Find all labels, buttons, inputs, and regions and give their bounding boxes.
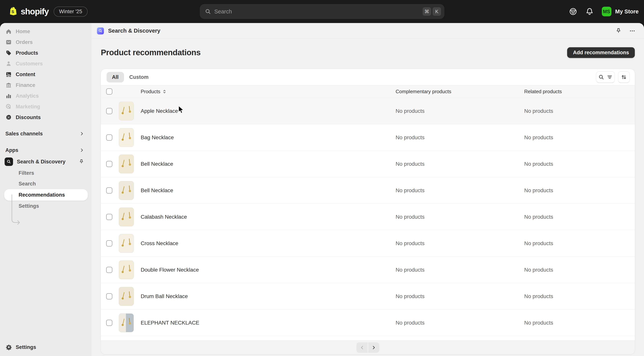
shopify-bag-icon: S — [8, 6, 18, 17]
assistant-icon[interactable] — [569, 7, 577, 16]
prev-page-button[interactable] — [356, 342, 368, 353]
product-name[interactable]: Bell Necklace — [141, 161, 173, 167]
row-checkbox[interactable] — [106, 240, 112, 246]
sidebar-item-marketing[interactable]: Marketing — [0, 101, 92, 112]
product-name[interactable]: Drum Ball Necklace — [141, 293, 188, 299]
subnav-item-filters[interactable]: Filters — [0, 168, 92, 178]
search-icon — [598, 74, 604, 80]
chevron-right-icon — [371, 345, 376, 350]
svg-text:S: S — [12, 10, 14, 14]
sort-icon — [621, 74, 627, 80]
related-products-value: No products — [524, 108, 553, 114]
related-products-value: No products — [524, 320, 553, 326]
table-row[interactable]: Apple NecklaceNo productsNo products — [101, 98, 635, 124]
sidebar-item-sales-channels[interactable]: Sales channels — [0, 128, 92, 139]
pin-icon[interactable] — [78, 159, 84, 165]
related-products-value: No products — [524, 134, 553, 141]
product-name[interactable]: Double Flower Necklace — [141, 267, 199, 273]
select-all-checkbox[interactable] — [106, 88, 112, 95]
marketing-icon — [5, 103, 12, 110]
sort-button[interactable] — [618, 71, 630, 83]
next-page-button[interactable] — [368, 342, 379, 353]
product-thumbnail — [119, 208, 134, 226]
row-checkbox[interactable] — [106, 267, 112, 273]
table-row[interactable]: Cross NecklaceNo productsNo products — [101, 230, 635, 257]
topbar: S shopify Winter '25 Search ⌘ K MS My St… — [0, 0, 644, 23]
sidebar: HomeOrdersProductsCustomersContentFinanc… — [0, 23, 92, 356]
product-thumbnail — [119, 128, 134, 147]
add-recommendations-button[interactable]: Add recommendations — [567, 47, 635, 58]
row-checkbox[interactable] — [106, 161, 112, 167]
tab-all[interactable]: All — [106, 72, 124, 83]
product-name[interactable]: ELEPHANT NECKLACE — [141, 320, 199, 326]
global-search-input[interactable]: Search ⌘ K — [200, 4, 444, 19]
table-row[interactable]: Calabash NecklaceNo productsNo products — [101, 204, 635, 230]
complementary-products-value: No products — [396, 134, 424, 141]
complementary-products-value: No products — [396, 267, 424, 273]
ellipsis-icon[interactable] — [629, 28, 636, 34]
discounts-icon — [5, 114, 12, 121]
kbd-cmd: ⌘ — [423, 7, 431, 16]
row-checkbox[interactable] — [106, 293, 112, 299]
subnav-item-settings[interactable]: Settings — [0, 201, 92, 211]
row-checkbox[interactable] — [106, 214, 112, 220]
tabs-bar: All Custom — [101, 69, 635, 85]
column-complementary: Complementary products — [396, 89, 451, 95]
row-checkbox[interactable] — [106, 320, 112, 326]
table-row[interactable]: Bag NecklaceNo productsNo products — [101, 124, 635, 151]
search-icon — [205, 8, 211, 15]
product-name[interactable]: Calabash Necklace — [141, 214, 187, 220]
table-footer — [101, 340, 635, 354]
sidebar-item-discounts[interactable]: Discounts — [0, 112, 92, 123]
orders-icon — [5, 39, 12, 46]
table-row[interactable]: Double Flower NecklaceNo productsNo prod… — [101, 257, 635, 283]
table-row[interactable]: Bell NecklaceNo productsNo products — [101, 151, 635, 177]
search-discovery-app-icon — [97, 28, 104, 34]
subnav-item-search[interactable]: Search — [0, 178, 92, 189]
sidebar-item-content[interactable]: Content — [0, 69, 92, 80]
row-checkbox[interactable] — [106, 108, 112, 114]
pin-icon[interactable] — [615, 28, 622, 34]
store-name[interactable]: My Store — [615, 9, 639, 15]
product-thumbnail — [119, 260, 134, 279]
sidebar-item-finance[interactable]: Finance — [0, 80, 92, 91]
complementary-products-value: No products — [396, 240, 424, 246]
customers-icon — [5, 61, 12, 67]
sidebar-item-orders[interactable]: Orders — [0, 37, 92, 48]
edition-badge[interactable]: Winter '25 — [54, 7, 88, 17]
sidebar-app-search-discovery[interactable]: Search & Discovery — [0, 156, 92, 168]
search-filter-button[interactable] — [596, 71, 615, 83]
sidebar-item-home[interactable]: Home — [0, 26, 92, 37]
bell-icon[interactable] — [585, 7, 594, 16]
shopify-logo[interactable]: S shopify — [8, 6, 49, 17]
subnav-item-recommendations[interactable]: Recommendations — [4, 189, 88, 201]
column-products[interactable]: Products — [141, 89, 167, 95]
column-related: Related products — [524, 89, 562, 95]
table-row[interactable]: ELEPHANT NECKLACENo productsNo products — [101, 309, 635, 336]
related-products-value: No products — [524, 267, 553, 273]
complementary-products-value: No products — [396, 320, 424, 326]
sidebar-item-analytics[interactable]: Analytics — [0, 91, 92, 101]
shopify-wordmark: shopify — [21, 7, 49, 16]
tab-custom[interactable]: Custom — [124, 72, 154, 83]
product-name[interactable]: Cross Necklace — [141, 240, 178, 246]
table-row[interactable]: Drum Ball NecklaceNo productsNo products — [101, 283, 635, 309]
sidebar-item-settings[interactable]: Settings — [0, 338, 92, 356]
product-name[interactable]: Bag Necklace — [141, 134, 174, 141]
product-thumbnail — [119, 234, 134, 253]
row-checkbox[interactable] — [106, 134, 112, 141]
store-avatar[interactable]: MS — [602, 7, 612, 16]
sidebar-item-apps[interactable]: Apps — [0, 145, 92, 156]
product-name[interactable]: Bell Necklace — [141, 187, 173, 194]
product-name[interactable]: Apple Necklace — [141, 108, 178, 114]
main-nav: HomeOrdersProductsCustomersContentFinanc… — [0, 26, 92, 123]
main-content: Search & Discovery Product recommendatio… — [92, 23, 644, 356]
sidebar-item-customers[interactable]: Customers — [0, 58, 92, 69]
related-products-value: No products — [524, 214, 553, 220]
product-thumbnail — [119, 155, 134, 173]
sidebar-item-products[interactable]: Products — [0, 48, 92, 58]
caret-updown-icon — [162, 89, 167, 94]
row-checkbox[interactable] — [106, 187, 112, 194]
table-row[interactable]: Bell NecklaceNo productsNo products — [101, 177, 635, 204]
magnifier-app-icon — [4, 157, 13, 166]
